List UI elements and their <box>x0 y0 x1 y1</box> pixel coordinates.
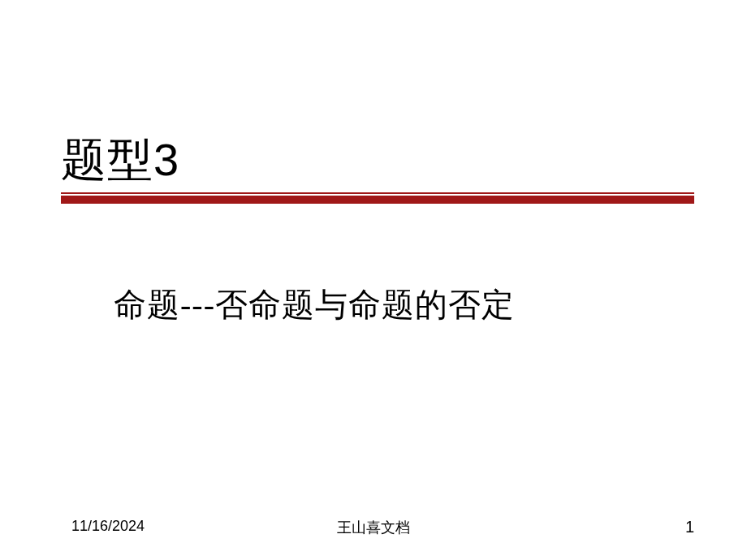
title-underline-thick <box>61 196 694 204</box>
slide-title-number: 3 <box>153 134 179 185</box>
slide-container: 题型3 命题---否命题与命题的否定 11/16/2024 王山喜文档 1 <box>0 0 747 560</box>
title-underline-thin <box>61 192 694 194</box>
title-area: 题型3 <box>61 130 694 192</box>
slide-footer: 11/16/2024 王山喜文档 1 <box>0 518 747 537</box>
slide-subtitle: 命题---否命题与命题的否定 <box>114 286 515 323</box>
slide-title-prefix: 题型 <box>61 135 153 185</box>
subtitle-area: 命题---否命题与命题的否定 <box>114 282 682 327</box>
footer-author: 王山喜文档 <box>0 518 747 537</box>
footer-page-number: 1 <box>685 518 694 536</box>
